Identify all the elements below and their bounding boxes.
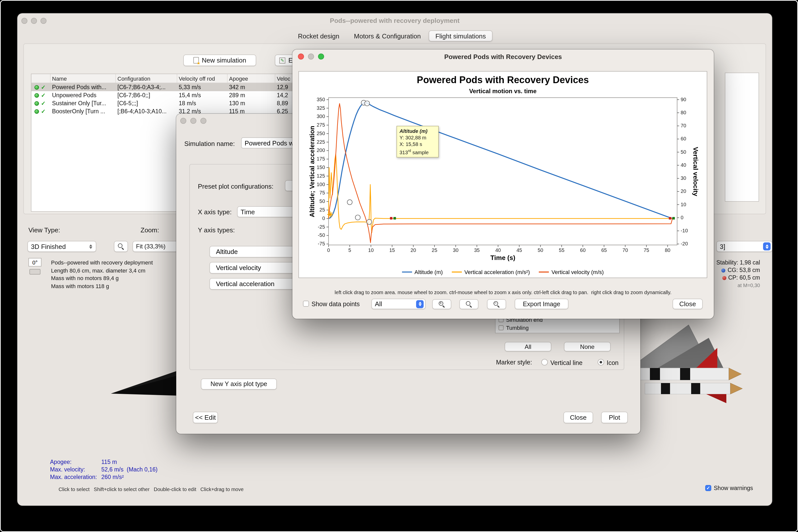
- svg-text:-75: -75: [318, 241, 325, 246]
- svg-text:50: 50: [538, 247, 543, 253]
- event-checkbox[interactable]: [498, 325, 504, 330]
- header-status[interactable]: [32, 74, 51, 83]
- zoom-reset-button[interactable]: [459, 299, 478, 309]
- svg-text:50: 50: [320, 198, 325, 204]
- cell-configuration: [C6-7;B6-0;A3-4;...: [116, 83, 177, 91]
- zoom-out-button[interactable]: −: [487, 299, 506, 309]
- marker-icon-label: Icon: [607, 359, 618, 366]
- svg-text:55: 55: [559, 247, 564, 253]
- svg-text:40: 40: [495, 247, 501, 253]
- svg-text:45: 45: [516, 247, 522, 253]
- side-panel: [725, 73, 759, 202]
- svg-text:325: 325: [316, 105, 325, 111]
- dialog-close-button-bottom[interactable]: Close: [563, 412, 593, 423]
- show-data-points-label: Show data points: [311, 301, 360, 308]
- zoom-reset-icon: [466, 301, 472, 307]
- marker-icon-radio[interactable]: [598, 359, 604, 365]
- svg-text:75: 75: [643, 247, 649, 253]
- show-data-points-checkbox[interactable]: [303, 301, 309, 307]
- window-title: Pods--powered with recovery deployment: [17, 17, 772, 24]
- chart-tooltip: Altitude (m) Y: 302,88 m X: 15,58 s 313r…: [397, 126, 439, 158]
- show-warnings-label: Show warnings: [714, 485, 753, 491]
- new-simulation-button[interactable]: New simulation: [183, 55, 256, 66]
- max-velocity-value: 52,6 m/s (Mach 0,16): [101, 466, 158, 474]
- view-type-value: 3D Finished: [31, 243, 66, 250]
- rotation-slider-handle[interactable]: [30, 269, 40, 274]
- view-type-label: View Type:: [29, 226, 60, 234]
- svg-text:40: 40: [681, 162, 686, 168]
- y-axis-types-label: Y axis types:: [198, 226, 235, 234]
- cp-value: CP: 60,5 cm: [728, 274, 760, 281]
- cell-velocity-off-rod: 15,4 m/s: [177, 91, 228, 99]
- legend-swatch: [539, 271, 549, 272]
- new-simulation-label: New simulation: [202, 57, 246, 64]
- cell-velocity-off-rod: 5,33 m/s: [177, 83, 228, 91]
- status-ok-icon: [34, 101, 39, 106]
- header-velocity-off-rod[interactable]: Velocity off rod: [177, 74, 228, 83]
- svg-text:175: 175: [316, 156, 325, 162]
- svg-text:300: 300: [316, 114, 325, 119]
- cell-configuration: [C6-5;;;]: [116, 99, 177, 107]
- svg-text:30: 30: [681, 175, 686, 181]
- events-none-button[interactable]: None: [564, 342, 611, 352]
- svg-text:80: 80: [665, 247, 670, 253]
- zoom-dropdown[interactable]: Fit (33,3%): [132, 241, 183, 252]
- new-document-icon: [193, 57, 199, 63]
- configuration-dropdown[interactable]: 3]: [716, 241, 772, 252]
- configuration-value: 3]: [720, 243, 725, 250]
- status-ok-icon: [34, 93, 39, 97]
- x-axis-type-value: Time: [241, 208, 255, 215]
- cell-velocity-off-rod: 18 m/s: [177, 99, 228, 107]
- plot-close-bottom-button[interactable]: Close: [673, 299, 703, 309]
- zoom-tool-button[interactable]: [114, 241, 128, 252]
- chart-right-axis-label: Vertical velocity: [692, 147, 700, 196]
- flight-event-row[interactable]: Tumbling: [495, 324, 619, 332]
- svg-text:80: 80: [681, 110, 686, 115]
- dialog-close-button[interactable]: [180, 118, 186, 124]
- edit-back-button[interactable]: << Edit: [193, 412, 218, 423]
- preset-plot-label: Preset plot configurations:: [198, 183, 274, 190]
- view-type-dropdown[interactable]: 3D Finished: [28, 241, 96, 252]
- export-image-button[interactable]: Export Image: [515, 299, 568, 309]
- status-check-icon: ✓: [41, 92, 46, 98]
- chart-plot[interactable]: 0510152025303540455055606570758035032530…: [299, 72, 707, 278]
- tab-rocket-design[interactable]: Rocket design: [291, 31, 346, 41]
- svg-text:250: 250: [316, 131, 325, 136]
- svg-text:150: 150: [316, 165, 325, 170]
- svg-text:35: 35: [474, 247, 480, 253]
- svg-text:20: 20: [411, 247, 416, 253]
- svg-text:350: 350: [316, 97, 325, 102]
- tab-motors-configuration[interactable]: Motors & Configuration: [347, 31, 428, 41]
- events-all-button[interactable]: All: [505, 342, 551, 352]
- events-filter-dropdown[interactable]: All: [371, 299, 425, 309]
- tab-flight-simulations[interactable]: Flight simulations: [429, 31, 492, 41]
- status-bar-hints: Click to select Shift+click to select ot…: [59, 487, 243, 492]
- cell-configuration: [;B6-4;A10-3;A10...: [116, 107, 177, 115]
- dialog-zoom-button[interactable]: [200, 118, 206, 124]
- dropdown-stepper-icon: [763, 242, 770, 250]
- svg-text:10: 10: [681, 202, 686, 207]
- show-warnings-checkbox[interactable]: [705, 485, 711, 491]
- tooltip-series-name: Altitude (m): [399, 128, 436, 134]
- flight-stats: Apogee:115 m Max. velocity:52,6 m/s (Mac…: [50, 458, 158, 481]
- new-y-axis-plot-type-button[interactable]: New Y axis plot type: [201, 379, 277, 390]
- svg-text:200: 200: [316, 148, 325, 153]
- cell-apogee: 289 m: [228, 91, 275, 99]
- header-configuration[interactable]: Configuration: [116, 74, 177, 83]
- svg-text:50: 50: [681, 149, 686, 155]
- svg-text:-10: -10: [681, 228, 688, 233]
- dropdown-arrows-icon: [87, 242, 94, 250]
- zoom-in-button[interactable]: +: [432, 299, 451, 309]
- dialog-minimize-button[interactable]: [190, 118, 196, 124]
- legend-swatch: [402, 271, 412, 272]
- svg-text:100: 100: [316, 182, 325, 187]
- zoom-value: Fit (33,3%): [136, 243, 165, 250]
- marker-vertical-line-radio[interactable]: [541, 359, 548, 365]
- plot-button[interactable]: Plot: [601, 412, 628, 423]
- header-name[interactable]: Name: [51, 74, 116, 83]
- svg-text:70: 70: [622, 247, 628, 253]
- header-apogee[interactable]: Apogee: [228, 74, 275, 83]
- cell-name: Unpowered Pods: [51, 91, 116, 99]
- svg-text:90: 90: [681, 97, 686, 102]
- svg-text:0: 0: [322, 215, 325, 221]
